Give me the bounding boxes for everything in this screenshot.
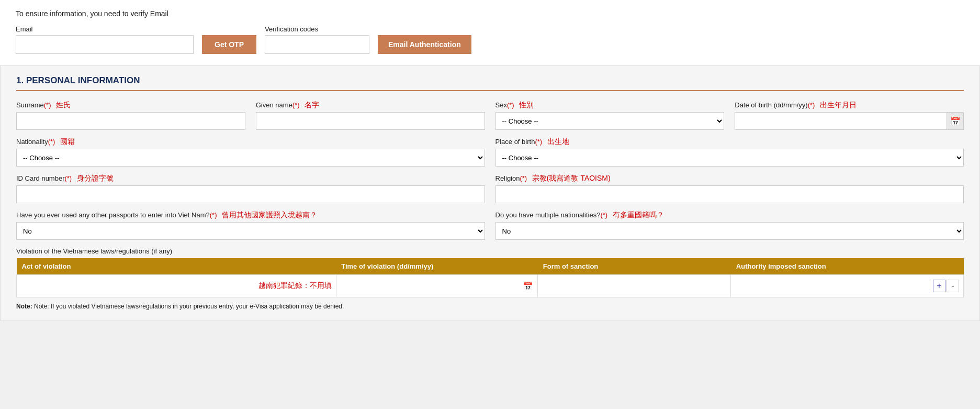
act-chinese-label: 越南犯罪紀錄：不用填 [258,281,332,291]
violations-label: Violation of the Vietnamese laws/regulat… [16,247,964,255]
get-otp-button[interactable]: Get OTP [202,35,256,54]
id-card-label: ID Card number(*) 身分證字號 [16,174,485,183]
authority-input[interactable] [735,278,930,294]
verify-info-text: To ensure information, you need to verif… [16,9,964,18]
religion-label: Religion(*) 宗教(我寫道教 TAOISM) [495,174,964,183]
dob-calendar-icon[interactable]: 📅 [947,112,964,130]
id-card-input[interactable] [16,185,485,203]
surname-input[interactable] [16,112,245,130]
act-input[interactable] [21,278,255,294]
multiple-nat-label: Do you have multiple nationalities?(*) 有… [495,211,964,220]
sex-select[interactable]: -- Choose -- Male Female [495,112,725,130]
passport-label: Have you ever used any other passports t… [16,211,485,220]
verification-input[interactable] [265,35,369,54]
col-form: Form of sanction [538,258,731,275]
email-input[interactable] [16,35,194,54]
sanction-input[interactable] [542,278,726,294]
verification-codes-label: Verification codes [265,25,369,33]
email-label: Email [16,25,194,33]
note-text: Note: Note: If you violated Vietnamese l… [16,303,964,310]
col-authority: Authority imposed sanction [731,258,964,275]
sex-label: Sex(*) 性別 [495,101,725,110]
col-time: Time of violation (dd/mm/yy) [336,258,538,275]
col-act: Act of violation [17,258,336,275]
time-input[interactable] [341,278,521,294]
passport-select[interactable]: No Yes [16,222,485,240]
multiple-nat-select[interactable]: No Yes [495,222,964,240]
nationality-select[interactable]: -- Choose -- [16,149,485,167]
add-row-button[interactable]: + [933,280,945,292]
religion-input[interactable] [495,185,964,203]
email-auth-button[interactable]: Email Authentication [378,35,471,54]
given-name-input[interactable] [256,112,485,130]
table-row: 越南犯罪紀錄：不用填 📅 [17,275,964,297]
time-calendar-icon[interactable]: 📅 [523,281,533,291]
remove-row-button[interactable]: - [947,280,959,292]
dob-label: Date of birth (dd/mm/yy)(*) 出生年月日 [735,101,964,110]
section-title: 1. PERSONAL INFORMATION [16,75,964,91]
dob-input[interactable] [735,112,947,130]
place-of-birth-select[interactable]: -- Choose -- [495,149,964,167]
place-of-birth-label: Place of birth(*) 出生地 [495,137,964,147]
violations-table: Act of violation Time of violation (dd/m… [16,258,964,297]
nationality-label: Nationality(*) 國籍 [16,137,485,147]
given-name-label: Given name(*) 名字 [256,101,485,110]
surname-label: Surname(*) 姓氏 [16,101,245,110]
